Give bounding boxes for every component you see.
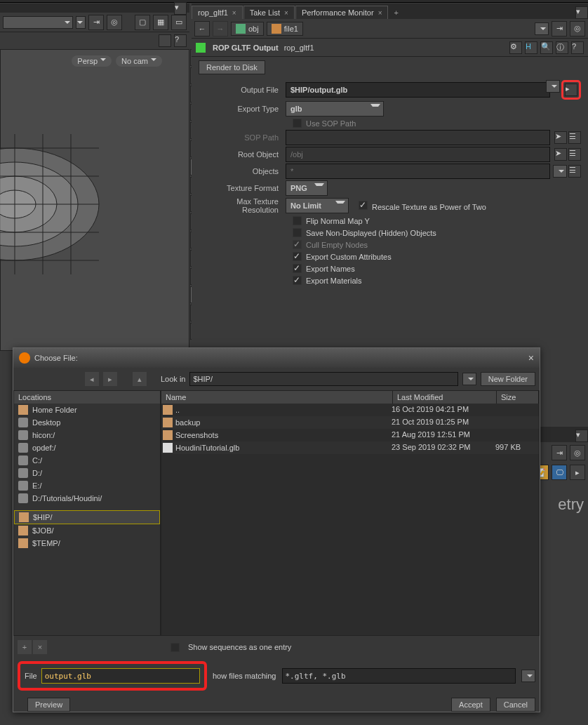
pin-icon[interactable]: ⇥ (552, 445, 567, 460)
export-materials-checkbox[interactable] (293, 276, 302, 285)
play-icon[interactable]: ▸ (570, 465, 585, 480)
loc-desktop[interactable]: Desktop (14, 416, 160, 429)
filter-input[interactable] (282, 668, 516, 684)
add-location-icon[interactable]: + (18, 640, 32, 654)
info-icon[interactable]: ⓘ (556, 41, 568, 54)
objects-input[interactable] (286, 164, 550, 179)
close-icon[interactable]: × (528, 352, 534, 364)
loc-dtutorials[interactable]: D:/Tutorials/Houdini/ (14, 492, 160, 505)
accept-button[interactable]: Accept (451, 698, 490, 712)
target-icon[interactable]: ◎ (107, 15, 122, 30)
nav-fwd-icon[interactable]: ▸ (103, 372, 117, 386)
node-name-input[interactable] (283, 42, 505, 53)
render-icon[interactable]: ▦ (153, 15, 168, 30)
filter-menu[interactable] (521, 670, 535, 682)
gear-icon[interactable]: ⚙ (509, 41, 522, 54)
list-item[interactable]: ..16 Oct 2019 04:21 PM (161, 404, 539, 416)
cancel-button[interactable]: Cancel (496, 698, 535, 712)
root-object-input[interactable] (286, 147, 550, 162)
forward-icon[interactable]: → (213, 21, 228, 36)
box-icon[interactable]: ▢ (135, 15, 150, 30)
path-menu[interactable] (535, 22, 549, 35)
sop-arrow-icon[interactable]: ➤ (554, 131, 567, 144)
show-sequences-checkbox[interactable] (171, 643, 180, 652)
loc-d[interactable]: D:/ (14, 467, 160, 479)
camera-select[interactable]: No cam (116, 55, 162, 67)
list-item[interactable]: backup21 Oct 2019 01:25 PM (161, 416, 539, 429)
drive-icon (18, 443, 28, 453)
3d-viewport[interactable]: Persp No cam (0, 49, 189, 351)
breadcrumb-obj[interactable]: obj (231, 22, 264, 36)
h-icon[interactable]: H (525, 41, 537, 54)
frame-icon[interactable]: ▭ (171, 15, 187, 30)
loc-opdef[interactable]: opdef:/ (14, 441, 160, 454)
list-item[interactable]: HoudiniTutorial.glb23 Sep 2019 02:32 PM9… (161, 441, 539, 454)
export-type-select[interactable]: glb (286, 101, 384, 117)
home-icon (18, 405, 28, 415)
tab-rop-gltf1[interactable]: rop_gltf1× (192, 6, 243, 19)
nav-back-icon[interactable]: ◂ (85, 372, 99, 386)
loc-home[interactable]: Home Folder (14, 404, 160, 416)
close-icon[interactable]: × (232, 9, 236, 17)
back-icon[interactable]: ← (194, 21, 210, 36)
flip-normal-checkbox[interactable] (293, 216, 302, 225)
loc-job[interactable]: $JOB/ (14, 524, 160, 537)
root-pick-icon[interactable]: ☰ (568, 148, 581, 161)
lookin-input[interactable] (189, 372, 457, 386)
close-icon[interactable]: × (284, 9, 288, 17)
cust-attr-checkbox[interactable] (293, 252, 302, 261)
loc-hip[interactable]: $HIP/ (14, 510, 160, 524)
pin-icon[interactable]: ⇥ (552, 21, 567, 36)
target-icon[interactable]: ◎ (570, 445, 585, 460)
view-select[interactable] (3, 16, 73, 29)
help-icon[interactable]: ? (174, 34, 187, 47)
target-icon[interactable]: ◎ (570, 21, 585, 36)
file-name-input[interactable] (41, 668, 200, 684)
breadcrumb-file1[interactable]: file1 (267, 22, 303, 36)
remove-location-icon[interactable]: × (33, 640, 47, 654)
add-tab-icon[interactable]: + (389, 6, 403, 19)
pane-menu-icon[interactable]: ▾ (575, 6, 588, 19)
export-names-checkbox[interactable] (293, 264, 302, 273)
rescale-checkbox[interactable] (359, 201, 368, 210)
objects-pick-icon[interactable]: ☰ (568, 165, 581, 178)
new-folder-button[interactable]: New Folder (481, 372, 535, 386)
tab-take-list[interactable]: Take List× (243, 6, 295, 19)
max-res-label: Max Texture Resolution (199, 197, 286, 214)
output-file-input[interactable] (286, 82, 550, 98)
save-hidden-checkbox[interactable] (293, 228, 302, 237)
help-icon[interactable]: ? (571, 41, 584, 54)
pin-icon[interactable]: ⇥ (88, 15, 104, 30)
list-item[interactable]: Screenshots21 Aug 2019 12:51 PM (161, 429, 539, 441)
pane-menu-icon[interactable]: ▾ (174, 2, 187, 15)
col-name[interactable]: Name (161, 391, 393, 404)
file-chooser-button[interactable]: ▸ (565, 84, 577, 96)
camera-persp[interactable]: Persp (72, 55, 112, 67)
objects-menu[interactable] (553, 165, 567, 178)
sop-pick-icon[interactable]: ☰ (568, 131, 581, 144)
nav-up-icon[interactable]: ▴ (133, 372, 147, 386)
texture-format-label: Texture Format (199, 184, 286, 192)
col-size[interactable]: Size (497, 391, 539, 404)
screen-icon[interactable]: 🖵 (552, 465, 567, 480)
tab-performance-monitor[interactable]: Performance Monitor× (295, 6, 389, 19)
loc-temp[interactable]: $TEMP/ (14, 537, 160, 550)
col-modified[interactable]: Last Modified (393, 391, 497, 404)
close-icon[interactable]: × (378, 9, 382, 17)
use-sop-path-checkbox[interactable] (293, 119, 302, 128)
view-select2[interactable] (76, 16, 86, 29)
loc-c[interactable]: C:/ (14, 454, 160, 467)
root-arrow-icon[interactable]: ➤ (554, 148, 567, 161)
cull-checkbox[interactable] (293, 240, 302, 249)
output-file-menu[interactable] (546, 80, 560, 93)
render-to-disk-button[interactable]: Render to Disk (199, 60, 265, 74)
lookin-menu[interactable] (462, 373, 476, 385)
loc-hicon[interactable]: hicon:/ (14, 429, 160, 441)
texture-format-select[interactable]: PNG (286, 180, 328, 196)
search-icon[interactable]: 🔍 (540, 41, 553, 54)
max-res-select[interactable]: No Limit (286, 198, 349, 213)
preview-button[interactable]: Preview (27, 698, 70, 712)
loc-e[interactable]: E:/ (14, 479, 160, 492)
option-a-icon[interactable] (159, 34, 171, 47)
pane-menu-icon[interactable]: ▾ (575, 430, 588, 442)
